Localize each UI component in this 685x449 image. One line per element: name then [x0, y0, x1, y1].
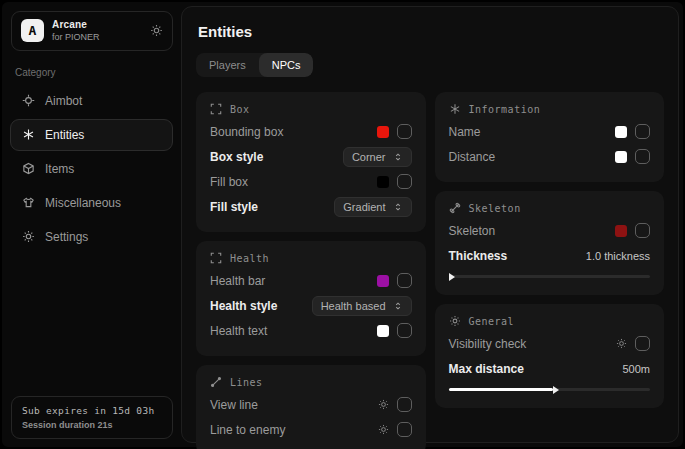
unfold-icon [393, 202, 403, 212]
setting-label: View line [210, 398, 258, 412]
checkbox[interactable] [635, 336, 650, 351]
gear-icon[interactable] [150, 24, 163, 37]
sidebar-item-label: Aimbot [45, 94, 82, 108]
slider-handle[interactable] [449, 273, 455, 281]
color-swatch[interactable] [615, 225, 627, 237]
checkbox[interactable] [397, 124, 412, 139]
dropdown-value: Corner [352, 151, 386, 163]
color-swatch[interactable] [377, 126, 389, 138]
unfold-icon [393, 301, 403, 311]
bone-icon [449, 202, 461, 214]
card-title: Information [469, 104, 541, 115]
sidebar-nav: Aimbot Entities Items [2, 84, 181, 254]
aimbot-crosshair-icon [21, 94, 35, 107]
unfold-icon [393, 152, 403, 162]
information-card: Information Name Distance [435, 92, 665, 182]
info-asterisk-icon [449, 103, 461, 115]
fill-style-dropdown[interactable]: Gradient [334, 197, 411, 217]
setting-label: Health style [210, 299, 277, 313]
app-logo: A [21, 19, 44, 42]
card-title: Skeleton [469, 203, 521, 214]
sun-icon [449, 315, 461, 327]
skeleton-card: Skeleton Skeleton Thickness 1.0 thicknes… [435, 191, 665, 295]
setting-row: Box style Corner [210, 144, 412, 169]
color-swatch[interactable] [377, 325, 389, 337]
setting-label: Max distance [449, 362, 524, 376]
entities-icon [21, 128, 35, 141]
checkbox[interactable] [635, 124, 650, 139]
thickness-slider[interactable] [449, 275, 651, 278]
setting-label: Distance [449, 150, 496, 164]
color-swatch[interactable] [615, 126, 627, 138]
setting-label: Visibility check [449, 337, 527, 351]
sidebar-item-items[interactable]: Items [10, 153, 173, 185]
sidebar-item-label: Settings [45, 230, 88, 244]
checkbox[interactable] [397, 422, 412, 437]
card-title: Lines [230, 377, 263, 388]
color-swatch[interactable] [377, 176, 389, 188]
lines-diagonal-icon [210, 376, 222, 388]
setting-row: Bounding box [210, 119, 412, 144]
setting-label: Name [449, 125, 481, 139]
sidebar-item-entities[interactable]: Entities [10, 119, 173, 151]
sub-expiry-text: Sub expires in 15d 03h [22, 405, 162, 416]
checkbox[interactable] [397, 323, 412, 338]
general-card: General Visibility check [435, 304, 665, 408]
main-panel: Entities Players NPCs Box [181, 6, 679, 443]
gear-icon[interactable] [616, 338, 627, 349]
box-style-dropdown[interactable]: Corner [343, 147, 412, 167]
box-card: Box Bounding box Box style Corner [196, 92, 426, 232]
thickness-value: 1.0 thickness [586, 250, 650, 262]
setting-row: Skeleton [449, 218, 651, 243]
checkbox[interactable] [397, 174, 412, 189]
setting-row: Health text [210, 318, 412, 343]
sidebar-item-label: Items [45, 162, 74, 176]
checkbox[interactable] [397, 397, 412, 412]
card-title: General [469, 316, 515, 327]
setting-row: Distance [449, 144, 651, 169]
dropdown-value: Health based [321, 300, 386, 312]
setting-row: Health bar [210, 268, 412, 293]
max-distance-value: 500m [622, 363, 650, 375]
setting-row: Fill box [210, 169, 412, 194]
category-label: Category [15, 67, 181, 78]
setting-row: View line [210, 392, 412, 417]
max-distance-slider[interactable] [449, 388, 651, 391]
checkbox[interactable] [397, 273, 412, 288]
app-subtitle: for PIONER [52, 32, 142, 43]
setting-row: Name [449, 119, 651, 144]
setting-row: Fill style Gradient [210, 194, 412, 219]
setting-row: Max distance 500m [449, 356, 651, 381]
color-swatch[interactable] [615, 151, 627, 163]
subscription-info: Sub expires in 15d 03h Session duration … [11, 396, 173, 439]
sidebar-item-label: Entities [45, 128, 84, 142]
session-duration-text: Session duration 21s [22, 420, 162, 430]
card-title: Box [230, 104, 250, 115]
lines-card: Lines View line [196, 365, 426, 449]
checkbox[interactable] [635, 149, 650, 164]
card-title: Health [230, 253, 269, 264]
app-title: Arcane [52, 19, 142, 32]
sidebar: A Arcane for PIONER Category [2, 2, 181, 447]
setting-label: Health bar [210, 274, 265, 288]
checkbox[interactable] [635, 223, 650, 238]
tab-npcs[interactable]: NPCs [259, 53, 314, 77]
health-style-dropdown[interactable]: Health based [312, 296, 412, 316]
setting-row: Visibility check [449, 331, 651, 356]
setting-label: Fill box [210, 175, 248, 189]
tab-players[interactable]: Players [196, 53, 259, 77]
dropdown-value: Gradient [343, 201, 385, 213]
page-title: Entities [198, 23, 664, 40]
setting-row: Health style Health based [210, 293, 412, 318]
setting-row: Line to enemy [210, 417, 412, 442]
gear-icon[interactable] [378, 399, 389, 410]
setting-label: Thickness [449, 249, 508, 263]
app-window: A Arcane for PIONER Category [0, 0, 685, 449]
gear-icon [21, 230, 35, 243]
color-swatch[interactable] [377, 275, 389, 287]
sidebar-item-aimbot[interactable]: Aimbot [10, 85, 173, 117]
sidebar-item-settings[interactable]: Settings [10, 221, 173, 253]
sidebar-item-miscellaneous[interactable]: Miscellaneous [10, 187, 173, 219]
gear-icon[interactable] [378, 424, 389, 435]
slider-handle[interactable] [553, 386, 559, 394]
